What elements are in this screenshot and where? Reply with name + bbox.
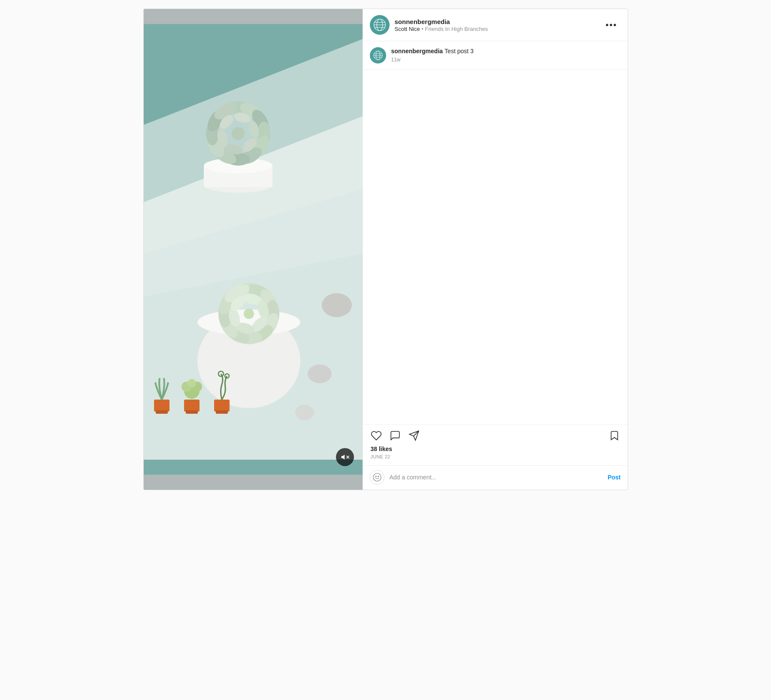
globe-icon (373, 18, 386, 31)
send-icon (408, 430, 420, 441)
post-comment-button[interactable]: Post (608, 474, 620, 481)
caption-avatar[interactable] (370, 47, 386, 64)
svg-rect-50 (154, 400, 169, 412)
bookmark-icon (609, 430, 620, 441)
mute-button[interactable] (336, 448, 354, 466)
bottom-bar (144, 475, 363, 490)
subtitle-name: Scott Nice (395, 26, 420, 32)
smiley-icon (372, 473, 382, 482)
svg-point-47 (322, 293, 352, 317)
svg-rect-51 (156, 410, 168, 414)
svg-point-48 (308, 364, 332, 383)
subtitle-separator: • (420, 26, 425, 32)
post-header: sonnenbergmedia Scott Nice • Friends In … (363, 9, 628, 41)
share-button[interactable] (408, 429, 420, 442)
comment-input[interactable] (390, 474, 603, 481)
caption-username[interactable]: sonnenbergmedia (391, 48, 443, 55)
comment-button[interactable] (389, 429, 402, 442)
subtitle-song: Friends In High Branches (425, 26, 488, 32)
post-date: June 22 (370, 454, 621, 459)
likes-count: 38 likes (370, 445, 621, 452)
comment-area: Post (363, 465, 628, 490)
top-bar (144, 9, 363, 24)
svg-point-46 (244, 309, 254, 319)
post-right: sonnenbergmedia Scott Nice • Friends In … (363, 9, 628, 490)
post-spacer (363, 70, 628, 424)
svg-rect-52 (184, 400, 200, 412)
bookmark-button[interactable] (608, 429, 621, 442)
heart-icon (371, 430, 382, 441)
header-subtitle: Scott Nice • Friends In High Branches (395, 26, 602, 32)
image-wrapper (144, 9, 363, 490)
svg-rect-53 (186, 410, 198, 414)
action-buttons (370, 429, 621, 442)
caption-globe-icon (373, 50, 383, 61)
svg-point-57 (187, 379, 196, 388)
svg-rect-58 (214, 400, 230, 412)
caption-text: sonnenbergmediaTest post 3 11w (391, 47, 621, 63)
header-text: sonnenbergmedia Scott Nice • Friends In … (395, 18, 602, 32)
post-caption: sonnenbergmediaTest post 3 11w (363, 41, 628, 70)
more-button[interactable]: ••• (602, 19, 620, 31)
svg-point-25 (232, 127, 245, 140)
svg-point-76 (373, 473, 381, 481)
svg-point-49 (295, 405, 314, 420)
like-button[interactable] (370, 429, 383, 442)
caption-body: Test post 3 (444, 48, 474, 55)
svg-point-77 (375, 476, 376, 477)
svg-point-78 (378, 476, 378, 477)
caption-time: 11w (391, 57, 621, 63)
post-actions: 38 likes June 22 (363, 424, 628, 462)
comment-avatar (370, 470, 384, 485)
svg-rect-59 (216, 410, 228, 414)
mute-icon (341, 453, 349, 461)
post-image-area (144, 24, 363, 475)
header-username[interactable]: sonnenbergmedia (395, 18, 602, 25)
post-image-svg (144, 24, 363, 475)
header-avatar[interactable] (370, 15, 390, 35)
comment-icon (390, 430, 401, 441)
post-container: sonnenbergmedia Scott Nice • Friends In … (143, 9, 628, 490)
